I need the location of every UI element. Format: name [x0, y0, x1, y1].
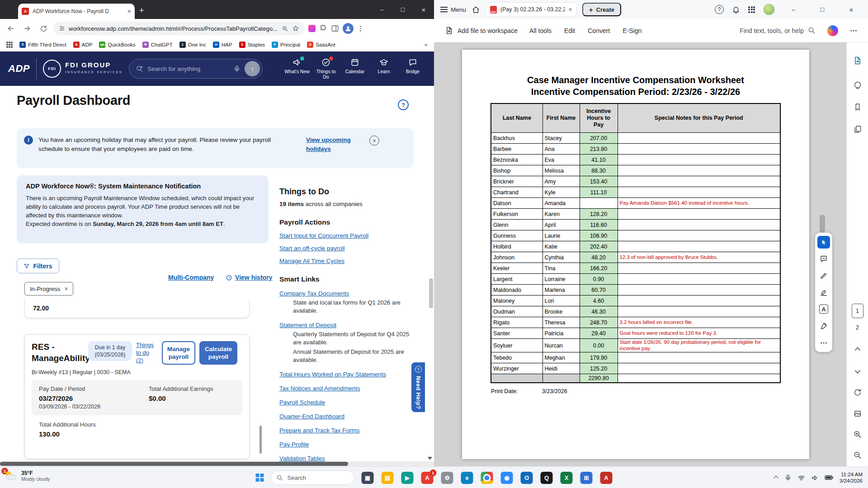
new-tab-button[interactable]	[139, 6, 144, 15]
zoom-out-icon[interactable]	[853, 451, 862, 460]
page-number-current[interactable]: 1	[852, 304, 863, 318]
maximize-button[interactable]	[392, 0, 413, 19]
zoom-in-icon[interactable]	[853, 430, 862, 439]
browser-tab[interactable]: A ADP Workforce Now - Payroll D	[18, 4, 135, 19]
tab-close-icon[interactable]	[127, 8, 131, 14]
in-progress-filter-chip[interactable]: In-Progress	[24, 282, 73, 296]
select-tool-icon[interactable]	[817, 236, 830, 249]
page-number-next[interactable]: 2	[856, 324, 859, 331]
bookmarks-apps-icon[interactable]	[6, 42, 13, 48]
acrobat-menu-tab[interactable]: All tools	[529, 27, 552, 34]
document-tab-close-icon[interactable]	[569, 6, 572, 13]
apps-grid-icon[interactable]	[748, 6, 755, 13]
acrobat-menu-tab[interactable]: E-Sign	[623, 27, 642, 34]
bookmark-item[interactable]: A ADP	[73, 42, 93, 48]
nav-learn[interactable]: Learn	[371, 58, 397, 80]
taskbar-app-icon[interactable]: ▣	[362, 472, 374, 484]
volume-icon[interactable]	[811, 474, 819, 482]
taskbar-app-icon[interactable]	[481, 472, 493, 484]
manage-payroll-button[interactable]: Manage payroll	[162, 341, 195, 365]
start-button-icon[interactable]	[256, 474, 264, 482]
inner-scrollbar-thumb[interactable]	[259, 426, 262, 454]
browser-menu-icon[interactable]	[357, 24, 364, 33]
profile-avatar[interactable]	[343, 23, 354, 34]
acrobat-close-button[interactable]	[841, 6, 862, 14]
bookmark-item[interactable]: qb QuickBooks	[99, 42, 135, 48]
extensions-puzzle-icon[interactable]	[319, 24, 327, 33]
battery-icon[interactable]	[825, 474, 834, 481]
view-upcoming-holidays-link[interactable]: View upcoming holidays	[306, 136, 364, 161]
taskbar-app-icon[interactable]: ▤	[382, 472, 394, 484]
bookmarks-panel-icon[interactable]	[854, 103, 862, 111]
taskbar-app-icon[interactable]: ⊞	[580, 472, 593, 484]
acrobat-menu-tab[interactable]: Convert	[588, 27, 610, 34]
multi-company-link[interactable]: Multi-Company	[168, 274, 214, 281]
side-panel-icon[interactable]	[331, 24, 339, 33]
smart-link[interactable]: Validation Tables	[279, 455, 325, 462]
view-history-link[interactable]: View history	[226, 274, 272, 281]
wifi-icon[interactable]	[797, 474, 805, 482]
nav-calendar[interactable]: Calendar	[342, 58, 368, 80]
banner-close-icon[interactable]	[369, 136, 379, 145]
home-icon[interactable]	[472, 5, 480, 14]
smart-link[interactable]: Statement of Deposit	[279, 322, 336, 328]
search-submit-icon[interactable]	[245, 61, 260, 76]
bookmarks-overflow-icon[interactable]	[425, 41, 428, 48]
payroll-action-link[interactable]: Manage All Time Cycles	[279, 258, 344, 264]
forward-icon[interactable]	[21, 22, 33, 35]
nav-things-to-do[interactable]: Things to Do	[313, 58, 339, 80]
nav-bridge[interactable]: Bridge	[400, 58, 426, 80]
bookmark-item[interactable]: 5 Fifth Third Direct	[19, 42, 66, 48]
filters-button[interactable]: Filters	[17, 258, 59, 273]
things-to-do-link[interactable]: Things to do (2)	[136, 341, 158, 364]
taskbar-app-icon[interactable]: O	[521, 472, 533, 484]
ai-assistant-icon[interactable]	[827, 25, 838, 36]
pages-panel-icon[interactable]	[854, 125, 862, 133]
account-avatar[interactable]	[763, 4, 775, 15]
need-help-button[interactable]: Need Help?	[411, 362, 425, 412]
bookmark-item[interactable]: S SaasAnt	[307, 42, 335, 48]
microphone-tray-icon[interactable]	[784, 474, 792, 481]
smart-link[interactable]: Pay Profile	[279, 441, 309, 448]
comments-panel-icon[interactable]	[853, 81, 862, 89]
document-tab[interactable]: (Pay 3) 02.23.26 - 03.22.2...	[486, 2, 577, 17]
vertical-scrollbar-thumb[interactable]	[429, 278, 433, 308]
snapshot-tool-icon[interactable]	[853, 409, 862, 418]
smart-link[interactable]: Quarter-End Dashboard	[279, 413, 344, 420]
previous-page-icon[interactable]	[854, 347, 860, 353]
taskbar-search[interactable]: Search	[271, 470, 355, 485]
scroll-down-arrow-icon[interactable]	[428, 457, 432, 460]
bookmark-item[interactable]: ✳ ChatGPT	[142, 42, 173, 48]
help-icon[interactable]	[398, 99, 409, 110]
taskbar-app-icon[interactable]: e	[461, 472, 473, 484]
taskbar-clock[interactable]: 11:24 AM 3/24/2026	[840, 471, 863, 484]
more-tools-icon[interactable]	[817, 336, 830, 349]
smart-link[interactable]: Company Tax Documents	[279, 290, 349, 297]
refresh-icon[interactable]	[37, 22, 50, 35]
acrobat-menu-tab[interactable]: Edit	[564, 27, 575, 34]
horizontal-scrollbar-thumb[interactable]	[0, 462, 348, 466]
taskbar-app-icon[interactable]: Q	[541, 472, 553, 484]
rotate-page-icon[interactable]	[853, 388, 862, 397]
find-tools-search[interactable]: Find text, tools, or help	[740, 27, 816, 34]
zoom-icon[interactable]	[282, 25, 288, 32]
address-bar[interactable]: workforcenow.adp.com/theme/admin.html#/P…	[53, 22, 305, 35]
taskbar-app-icon[interactable]: A	[600, 472, 613, 484]
toolbar-overflow-icon[interactable]	[850, 26, 857, 35]
highlight-tool-icon[interactable]	[817, 286, 830, 299]
taskbar-app-icon[interactable]: X	[561, 472, 573, 484]
bookmark-item[interactable]: 1 One Inc	[179, 42, 206, 48]
smart-link[interactable]: Prepare and Track Tax Forms	[279, 427, 360, 434]
smart-link[interactable]: Total Hours Worked on Pay Statements	[279, 371, 386, 378]
next-page-icon[interactable]	[854, 368, 860, 374]
bookmark-item[interactable]: P Principal	[272, 42, 300, 48]
calculate-payroll-button[interactable]: Calculate payroll	[199, 341, 237, 365]
pdf-scrollbar-thumb[interactable]	[820, 215, 825, 233]
taskbar-app-icon[interactable]: ▶	[401, 472, 414, 484]
acrobat-menu-button[interactable]: Menu	[440, 6, 466, 13]
nav-whats-new[interactable]: What's New	[284, 58, 310, 80]
create-button[interactable]: Create	[582, 3, 621, 16]
back-icon[interactable]	[5, 22, 17, 35]
acrobat-help-icon[interactable]	[715, 5, 724, 14]
bookmark-item[interactable]: H HAP	[213, 42, 232, 48]
